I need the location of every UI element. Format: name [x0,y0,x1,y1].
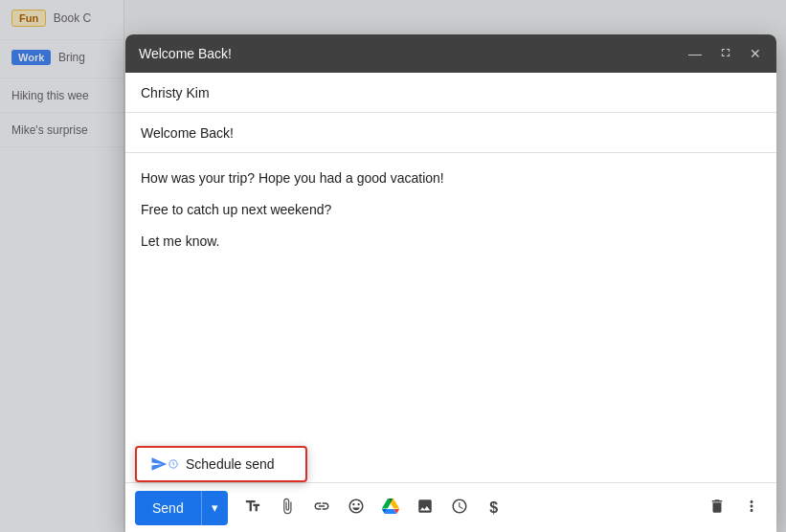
drive-button[interactable] [375,493,406,523]
schedule-send-icon [150,455,178,473]
link-button[interactable] [306,493,337,523]
drive-icon [382,498,399,519]
close-icon: ✕ [750,46,761,61]
schedule-send-label: Schedule send [186,456,275,472]
more-icon [743,498,760,519]
discard-button[interactable] [702,493,732,523]
link-icon [313,498,330,519]
compose-body[interactable]: How was your trip? Hope you had a good v… [125,153,776,482]
schedule-button[interactable] [444,493,475,523]
send-button-group: Send ▾ [135,491,228,525]
attach-icon [279,498,296,519]
attach-button[interactable] [272,493,303,523]
photo-icon [416,498,434,519]
compose-header-actions: — ✕ [686,44,763,64]
maximize-button[interactable] [717,44,734,64]
minimize-button[interactable]: — [686,44,704,63]
more-options-button[interactable] [736,493,767,523]
body-line-1: How was your trip? Hope you had a good v… [141,166,761,190]
money-button[interactable]: $ [479,493,509,523]
close-button[interactable]: ✕ [748,44,763,63]
formatting-button[interactable] [237,493,268,523]
to-field[interactable]: Christy Kim [125,73,776,113]
subject-field[interactable]: Welcome Back! [125,113,776,153]
compose-header: Welcome Back! — ✕ [125,34,776,73]
dollar-icon: $ [489,499,498,517]
formatting-icon [244,498,261,519]
body-line-2: Free to catch up next weekend? [141,198,761,222]
compose-window: Welcome Back! — ✕ Christy Kim Welcome Ba… [125,34,776,532]
send-button[interactable]: Send [135,491,201,525]
compose-toolbar: Schedule send Send ▾ [125,482,776,532]
chevron-down-icon: ▾ [212,500,218,515]
compose-title: Welcome Back! [139,46,232,61]
delete-icon [708,498,726,519]
clock-icon [451,498,468,519]
photo-button[interactable] [410,493,440,523]
schedule-send-popup: Schedule send [135,446,307,482]
maximize-icon [719,46,732,62]
body-line-3: Let me know. [141,230,761,254]
emoji-button[interactable] [341,493,371,523]
emoji-icon [348,498,365,519]
subject-value: Welcome Back! [141,125,234,141]
send-dropdown-button[interactable]: ▾ [201,491,228,525]
minimize-icon: — [688,46,702,61]
to-value: Christy Kim [141,85,210,100]
